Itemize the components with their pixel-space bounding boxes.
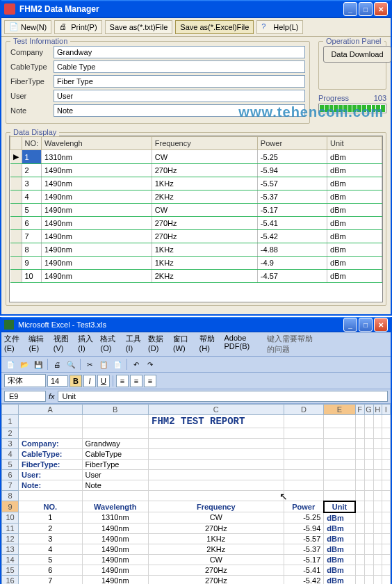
close-button[interactable]: ✕ <box>374 2 388 16</box>
cell[interactable] <box>382 491 390 501</box>
cell[interactable] <box>382 470 390 480</box>
column-header[interactable]: C <box>148 405 284 415</box>
row-header[interactable]: 14 <box>2 554 19 565</box>
menu-item[interactable]: 插入(I) <box>78 334 95 355</box>
cell[interactable]: FiberType: <box>19 460 83 470</box>
cell[interactable] <box>284 470 324 480</box>
table-cell[interactable]: 1490nm <box>42 270 152 283</box>
table-cell[interactable]: 1490nm <box>42 217 152 230</box>
cell[interactable]: 1490nm <box>82 565 148 575</box>
font-name-select[interactable]: 宋体 <box>4 374 46 387</box>
cell[interactable] <box>364 480 373 491</box>
table-cell[interactable]: -5.57 <box>257 177 327 190</box>
cell[interactable] <box>373 439 382 449</box>
copy-icon[interactable]: 📋 <box>97 358 110 371</box>
table-cell[interactable]: -5.41 <box>257 217 327 230</box>
cell[interactable] <box>19 428 83 439</box>
row-marker[interactable] <box>10 217 22 230</box>
table-cell[interactable]: dBm <box>327 217 382 230</box>
cell[interactable]: 6 <box>19 565 83 575</box>
column-header[interactable]: F <box>355 405 364 415</box>
align-right-button[interactable]: ≡ <box>144 375 156 387</box>
cell[interactable] <box>19 491 83 501</box>
cell[interactable] <box>148 460 284 470</box>
cell[interactable] <box>373 575 382 584</box>
table-cell[interactable]: 270Hz <box>152 164 257 177</box>
spreadsheet-row[interactable]: 1451490nmCW-5.17dBm <box>2 554 391 565</box>
cell[interactable] <box>324 460 355 470</box>
save-txt-button[interactable]: Save as(*.txt)File <box>105 20 173 34</box>
maximize-button[interactable]: □ <box>359 2 373 16</box>
cell[interactable] <box>373 523 382 533</box>
table-header[interactable]: Unit <box>327 137 382 150</box>
spreadsheet-row[interactable]: 3Company:Grandway <box>2 439 391 449</box>
table-cell[interactable]: 1KHz <box>152 257 257 270</box>
align-center-button[interactable]: ≡ <box>130 375 142 387</box>
spreadsheet-row[interactable]: 8 <box>2 491 391 501</box>
cell[interactable]: Frequency <box>148 501 284 512</box>
cell[interactable] <box>355 533 364 544</box>
cell[interactable] <box>373 565 382 575</box>
cell[interactable]: Note: <box>19 480 83 491</box>
paste-icon[interactable]: 📄 <box>111 358 124 371</box>
table-header[interactable] <box>10 137 22 150</box>
cell[interactable] <box>284 415 324 428</box>
cell[interactable] <box>355 512 364 524</box>
cell[interactable] <box>382 480 390 491</box>
table-cell[interactable]: CW <box>152 204 257 217</box>
cell[interactable]: -5.37 <box>284 544 324 554</box>
cell[interactable] <box>364 554 373 565</box>
redo-icon[interactable]: ↷ <box>144 358 156 371</box>
row-marker[interactable] <box>10 230 22 243</box>
align-left-button[interactable]: ≡ <box>116 375 129 387</box>
table-cell[interactable]: 3 <box>22 177 42 190</box>
row-header[interactable]: 13 <box>2 544 19 554</box>
table-cell[interactable]: dBm <box>327 150 382 164</box>
cell[interactable] <box>284 460 324 470</box>
cell[interactable]: 1490nm <box>82 575 148 584</box>
row-marker[interactable] <box>10 190 22 204</box>
cell[interactable] <box>355 565 364 575</box>
spreadsheet-row[interactable]: 1011310nmCW-5.25dBm <box>2 512 391 524</box>
cell[interactable]: dBm <box>324 523 355 533</box>
table-row[interactable]: 91490nm1KHz-4.9dBm <box>10 257 382 270</box>
cell[interactable] <box>355 523 364 533</box>
cell[interactable] <box>148 491 284 501</box>
cell[interactable] <box>355 544 364 554</box>
cell[interactable] <box>373 512 382 524</box>
table-cell[interactable]: CW <box>152 150 257 164</box>
cell[interactable] <box>364 523 373 533</box>
row-header[interactable]: 1 <box>2 415 19 428</box>
cell[interactable] <box>373 449 382 460</box>
table-cell[interactable]: -5.17 <box>257 204 327 217</box>
data-table-wrap[interactable]: NO:WavelenghFrequencyPowerUnit ▶11310nmC… <box>9 136 383 302</box>
table-cell[interactable]: 1490nm <box>42 204 152 217</box>
cell[interactable] <box>324 470 355 480</box>
font-size-select[interactable]: 14 <box>47 375 68 387</box>
cell[interactable]: dBm <box>324 575 355 584</box>
cell[interactable]: FHM2 TEST REPORT <box>148 415 284 428</box>
bold-button[interactable]: B <box>70 375 82 387</box>
cell[interactable]: 3 <box>19 533 83 544</box>
cell[interactable] <box>382 533 390 544</box>
table-row[interactable]: 31490nm1KHz-5.57dBm <box>10 177 382 190</box>
cell[interactable] <box>284 439 324 449</box>
menu-item[interactable]: 数据(D) <box>148 334 168 355</box>
name-box[interactable]: E9 <box>4 391 46 402</box>
cell[interactable] <box>382 449 390 460</box>
row-marker[interactable] <box>10 177 22 190</box>
table-cell[interactable]: 9 <box>22 257 42 270</box>
cell[interactable] <box>364 512 373 524</box>
cell[interactable] <box>373 460 382 470</box>
cell[interactable] <box>382 575 390 584</box>
spreadsheet-row[interactable]: 1671490nm270Hz-5.42dBm <box>2 575 391 584</box>
row-header[interactable]: 6 <box>2 470 19 480</box>
row-header[interactable]: 15 <box>2 565 19 575</box>
cell[interactable]: 270Hz <box>148 523 284 533</box>
column-header[interactable]: G <box>364 405 373 415</box>
cabletype-input[interactable] <box>54 60 305 73</box>
menu-item[interactable]: 格式(O) <box>100 334 120 355</box>
spreadsheet-row[interactable]: 9NO.WavelengthFrequencyPowerUnit <box>2 501 391 512</box>
minimize-button[interactable]: _ <box>343 2 357 16</box>
preview-icon[interactable]: 🔍 <box>65 358 77 371</box>
